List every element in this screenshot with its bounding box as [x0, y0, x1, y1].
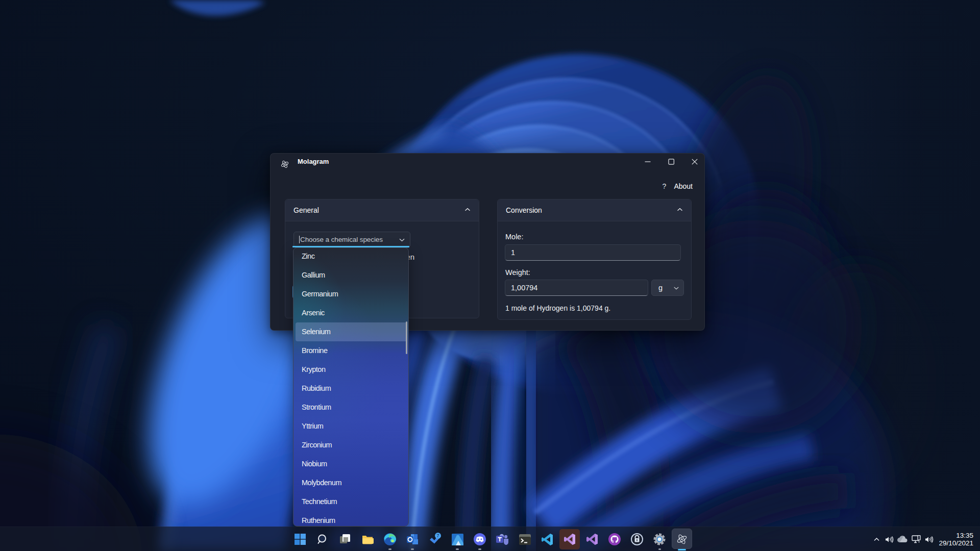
svg-text:7: 7	[436, 533, 439, 538]
